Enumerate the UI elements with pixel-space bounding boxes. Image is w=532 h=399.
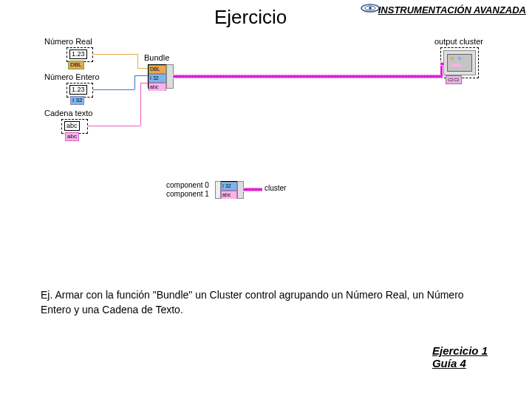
wire <box>137 68 148 69</box>
bundle-function[interactable]: DBL I 32 abc <box>148 64 167 89</box>
wire <box>134 75 148 76</box>
footer-guide: Guía 4 <box>432 357 488 369</box>
bundle-by-name-function[interactable]: I 32 abc <box>220 181 238 199</box>
cluster-wire <box>440 62 443 66</box>
type-tag-dbl: DBL <box>68 61 84 69</box>
label-cluster: cluster <box>265 184 286 192</box>
wire <box>88 126 140 126</box>
header-subtitle: INSTRUMENTACIÓN AVANZADA <box>378 4 526 16</box>
label-component0: component 0 <box>166 181 209 189</box>
wire <box>93 54 137 55</box>
label-bundle: Bundle <box>144 53 169 62</box>
bundle-input-abc: abc <box>221 191 237 199</box>
wire <box>137 54 138 68</box>
label-output-cluster: output cluster <box>434 37 483 46</box>
bundle-input-i32: I 32 <box>149 74 166 83</box>
bundle-input-terminal <box>215 181 221 199</box>
type-tag-cluster: ▭▭ <box>446 75 462 84</box>
footer: Ejercicio 1 Guía 4 <box>432 344 488 369</box>
instruction-text: Ej. Armar con la función "Bundle" un Clu… <box>41 288 491 317</box>
wire <box>93 89 134 90</box>
bundle-input-abc: abc <box>149 83 166 91</box>
wire <box>134 75 135 89</box>
wire <box>140 83 148 83</box>
label-component1: component 1 <box>166 190 209 198</box>
string-control[interactable]: abc <box>64 121 80 131</box>
numeric-control-entero[interactable]: 1.23 <box>69 85 87 95</box>
label-numero-real: Número Real <box>44 37 92 46</box>
page-title: Ejercicio <box>214 6 287 29</box>
numeric-control-real[interactable]: 1.23 <box>69 50 87 59</box>
type-tag-abc: abc <box>65 132 79 141</box>
footer-exercise: Ejercicio 1 <box>432 344 488 357</box>
output-cluster-indicator[interactable] <box>443 50 476 75</box>
label-cadena-texto: Cadena texto <box>44 109 92 117</box>
labview-diagram: Número Real 1.23 DBL Número Entero 1.23 … <box>37 37 495 236</box>
type-tag-i32: I 32 <box>70 96 84 105</box>
bundle-input-i32: I 32 <box>221 182 237 191</box>
svg-point-2 <box>369 7 372 10</box>
cluster-wire <box>173 75 440 78</box>
bundle-input-dbl: DBL <box>149 65 166 74</box>
wire <box>140 83 141 126</box>
label-numero-entero: Número Entero <box>44 72 100 81</box>
cluster-wire <box>243 188 262 191</box>
